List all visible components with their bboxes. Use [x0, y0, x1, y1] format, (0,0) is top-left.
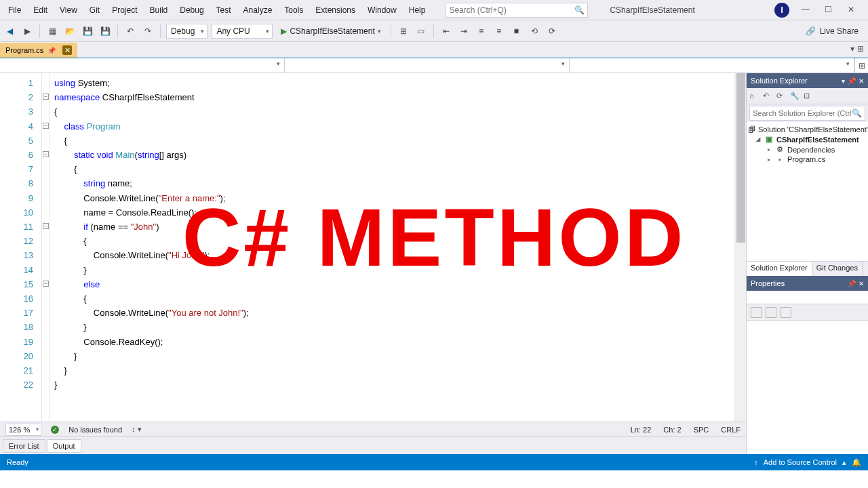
add-source-control-button[interactable]: Add to Source Control	[764, 458, 837, 466]
properties-grid[interactable]	[747, 321, 868, 454]
close-tab-icon[interactable]: ✕	[62, 45, 72, 55]
menu-test[interactable]: Test	[211, 3, 237, 18]
platform-combo[interactable]: Any CPU	[212, 24, 273, 39]
menu-extensions[interactable]: Extensions	[310, 3, 361, 18]
tree-solution-node[interactable]: 🗐 Solution 'CSharpIfElseStatement'	[748, 125, 867, 134]
split-editor-button[interactable]: ⊞	[854, 58, 868, 73]
nav-fwd-icon[interactable]: ▶	[20, 24, 34, 38]
nav-project-combo[interactable]	[0, 58, 285, 73]
tree-file-node[interactable]: ▸ ▪ Program.cs	[748, 155, 867, 164]
menu-build[interactable]: Build	[144, 3, 174, 18]
menu-help[interactable]: Help	[403, 3, 431, 18]
open-file-icon[interactable]: 📂	[63, 24, 77, 38]
fold-toggle[interactable]: −	[43, 223, 49, 229]
new-project-icon[interactable]: ▦	[45, 24, 59, 38]
vertical-scrollbar[interactable]	[734, 73, 746, 422]
panel-close-icon[interactable]: ✕	[859, 77, 864, 85]
minimize-button[interactable]: —	[802, 5, 812, 16]
tree-label: Dependencies	[787, 146, 835, 154]
chevron-up-icon[interactable]: ▴	[842, 458, 846, 467]
source-control-up-icon[interactable]: ↑	[754, 458, 758, 466]
nav-arrows-icon[interactable]: ↕ ▾	[132, 425, 142, 434]
outline-margin[interactable]: −−−−−	[42, 73, 50, 422]
search-input[interactable]	[449, 5, 574, 15]
close-window-button[interactable]: ✕	[848, 5, 859, 16]
tab-error-list[interactable]: Error List	[3, 439, 45, 453]
panel-menu-icon[interactable]: ▾	[842, 77, 845, 85]
notifications-icon[interactable]: 🔔	[852, 458, 861, 467]
maximize-button[interactable]: ☐	[825, 5, 835, 16]
tab-git-changes[interactable]: Git Changes	[812, 262, 863, 276]
se-home-icon[interactable]: ⌂	[749, 92, 759, 101]
se-tool-icon[interactable]: 🔧	[790, 92, 800, 101]
user-avatar[interactable]: I	[774, 3, 789, 18]
menu-window[interactable]: Window	[362, 3, 402, 18]
tab-output[interactable]: Output	[47, 439, 81, 453]
save-all-icon[interactable]: 💾	[98, 24, 112, 38]
props-tool-icon[interactable]	[781, 307, 791, 318]
tool-icon-4[interactable]: ⟳	[545, 24, 559, 38]
tab-dropdown-icon[interactable]: ▾	[850, 44, 854, 54]
indent-left-icon[interactable]: ⇤	[439, 24, 453, 38]
props-combo[interactable]	[747, 291, 868, 304]
nav-member-combo[interactable]	[570, 58, 854, 73]
scroll-thumb[interactable]	[736, 73, 745, 243]
tool-icon-1[interactable]: ⊞	[397, 24, 410, 38]
code-editor[interactable]: 12345678910111213141516171819202122 −−−−…	[0, 73, 746, 422]
alpha-sort-icon[interactable]	[766, 307, 776, 318]
se-sync-icon[interactable]: ⟳	[776, 92, 786, 101]
se-tool-icon-2[interactable]: ⊡	[804, 92, 813, 101]
tool-icon-2[interactable]: ▭	[414, 24, 428, 38]
document-tab-program[interactable]: Program.cs 📌 ✕	[0, 43, 77, 58]
redo-icon[interactable]: ↷	[141, 24, 155, 38]
expand-arrow-icon[interactable]: ◢	[755, 136, 762, 142]
tree-project-node[interactable]: ◢ ▣ CSharpIfElseStatement	[748, 134, 867, 144]
output-tab-strip: Error List Output	[0, 436, 746, 454]
fold-toggle[interactable]: −	[43, 151, 49, 157]
tab-solution-explorer[interactable]: Solution Explorer	[747, 262, 812, 276]
se-back-icon[interactable]: ↶	[763, 92, 772, 101]
comment-icon[interactable]: ≡	[475, 24, 488, 38]
menu-bar: FileEditViewGitProjectBuildDebugTestAnal…	[0, 0, 868, 20]
solution-tree[interactable]: 🗐 Solution 'CSharpIfElseStatement' ◢ ▣ C…	[747, 122, 868, 261]
menu-analyze[interactable]: Analyze	[238, 3, 278, 18]
menu-tools[interactable]: Tools	[279, 3, 309, 18]
live-share-button[interactable]: 🔗 Live Share	[806, 26, 865, 36]
fold-toggle[interactable]: −	[43, 281, 49, 287]
se-search[interactable]: 🔍	[749, 106, 865, 121]
menu-git[interactable]: Git	[84, 3, 105, 18]
panel-pin-icon[interactable]: 📌	[848, 280, 856, 287]
menu-edit[interactable]: Edit	[28, 3, 53, 18]
tree-deps-node[interactable]: ▸ ⚙ Dependencies	[748, 144, 867, 155]
nav-back-icon[interactable]: ◀	[3, 24, 16, 38]
uncomment-icon[interactable]: ≡	[492, 24, 506, 38]
tool-icon-3[interactable]: ⟲	[528, 24, 541, 38]
solution-explorer-title: Solution Explorer ▾📌✕	[747, 73, 868, 88]
menu-debug[interactable]: Debug	[174, 3, 209, 18]
indent-right-icon[interactable]: ⇥	[457, 24, 471, 38]
status-ready: Ready	[7, 458, 28, 466]
save-icon[interactable]: 💾	[81, 24, 94, 38]
menu-project[interactable]: Project	[106, 3, 142, 18]
fold-toggle[interactable]: −	[43, 123, 49, 129]
se-search-input[interactable]	[753, 109, 852, 117]
tab-preview-icon[interactable]: ⊞	[857, 44, 864, 54]
config-combo[interactable]: Debug	[166, 24, 208, 39]
collapse-arrow-icon[interactable]: ▸	[766, 157, 772, 163]
code-text[interactable]: using System;namespace CSharpIfElseState…	[50, 73, 734, 422]
quick-search[interactable]: 🔍	[446, 3, 588, 18]
nav-class-combo[interactable]	[285, 58, 570, 73]
zoom-combo[interactable]: 126 %	[5, 424, 41, 436]
pin-icon[interactable]: 📌	[47, 47, 56, 54]
panel-close-icon[interactable]: ✕	[859, 280, 864, 287]
undo-icon[interactable]: ↶	[123, 24, 137, 38]
start-debug-button[interactable]: ▶ CSharpIfElseStatement ▾	[277, 26, 384, 36]
menu-view[interactable]: View	[54, 3, 83, 18]
fold-toggle[interactable]: −	[43, 94, 49, 100]
bookmark-icon[interactable]: ◾	[510, 24, 524, 38]
panel-pin-icon[interactable]: 📌	[848, 77, 856, 85]
categorize-icon[interactable]	[751, 307, 762, 318]
collapse-arrow-icon[interactable]: ▸	[766, 146, 772, 152]
menu-file[interactable]: File	[3, 3, 26, 18]
editor-status-strip: 126 % ✓ No issues found ↕ ▾ Ln: 22 Ch: 2…	[0, 422, 746, 436]
